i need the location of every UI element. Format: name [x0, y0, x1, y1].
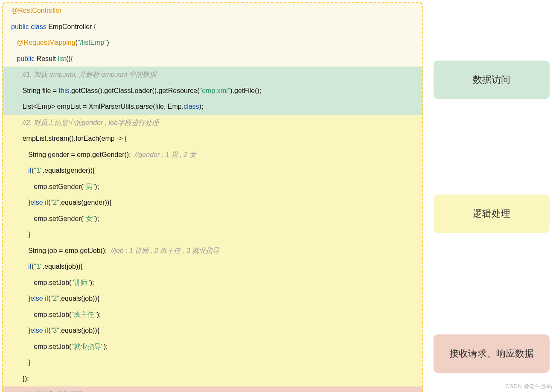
code-line: });	[3, 371, 422, 387]
code-line: @RequestMapping("/listEmp")	[3, 35, 422, 51]
code-line: }else if("3".equals(job)){	[3, 322, 422, 339]
code-line: empList.stream().forEach(emp -> {	[3, 131, 422, 147]
code-line: }else if("2".equals(gender)){	[3, 195, 422, 211]
code-line: if("1".equals(job)){	[3, 258, 422, 275]
code-line: emp.setJob("就业指导");	[3, 339, 422, 355]
code-line: emp.setJob("班主任");	[3, 307, 422, 323]
code-line: }	[3, 354, 422, 371]
code-line: }else if("2".equals(job)){	[3, 290, 422, 307]
watermark: CSDN @老牛源码	[505, 383, 553, 390]
code-line: String job = emp.getJob(); //job : 1 讲师 …	[3, 243, 422, 259]
code-line: List<Emp> empList = XmlParserUtils.parse…	[3, 99, 422, 115]
code-line: emp.setGender("女");	[3, 211, 422, 227]
label-response: 接收请求、响应数据	[434, 334, 550, 373]
label-data-access: 数据访问	[434, 61, 550, 99]
code-line: //3. 组装数据并返回	[3, 386, 422, 392]
code-line: public Result list(){	[3, 51, 422, 67]
code-line: String gender = emp.getGender(); //gende…	[3, 147, 422, 163]
code-line: //2. 对员工信息中的gender , job字段进行处理	[3, 115, 422, 131]
code-line: }	[3, 226, 422, 243]
code-panel: @RestController public class EmpControll…	[2, 2, 423, 392]
code-line: @RestController	[3, 3, 422, 19]
annotation: @RestController	[11, 7, 62, 14]
code-line: if("1".equals(gender)){	[3, 163, 422, 179]
code-line: emp.setGender("男");	[3, 179, 422, 195]
code-line: //1. 加载 emp.xml, 并解析 emp.xml 中的数据	[3, 67, 422, 83]
code-line: public class EmpController {	[3, 19, 422, 35]
code-line: String file = this.getClass().getClassLo…	[3, 83, 422, 99]
code-line: emp.setJob("讲师");	[3, 275, 422, 291]
side-labels: 数据访问 逻辑处理 接收请求、响应数据	[434, 2, 550, 373]
label-logic: 逻辑处理	[434, 195, 550, 233]
